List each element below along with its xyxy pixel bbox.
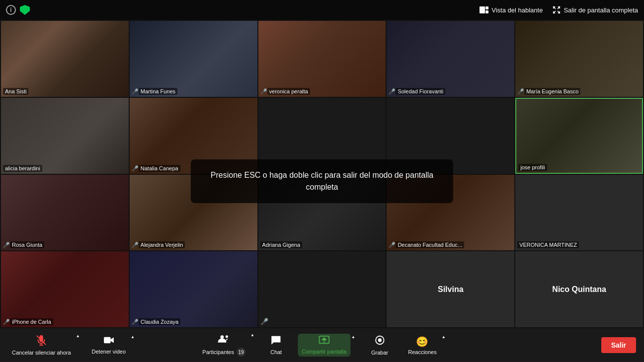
participant-name-13: Adriana Gigena (260, 241, 302, 248)
mute-indicator-12: 🎤 (132, 242, 139, 248)
speaker-view-label: Vista del hablante (491, 6, 543, 14)
share-screen-caret[interactable]: ▲ (351, 335, 355, 339)
exit-button[interactable]: Salir (601, 337, 636, 353)
chat-label: Chat (270, 349, 282, 355)
participants-label: Participantes (202, 349, 234, 355)
speaker-view-button[interactable]: Vista del hablante (480, 6, 543, 14)
video-button-group: Detener video ▲ (88, 334, 135, 357)
info-icon[interactable]: i (6, 5, 16, 15)
participants-icon (218, 334, 230, 346)
participant-cell-9[interactable] (387, 98, 514, 174)
participant-name-3: veronica peralta (267, 88, 310, 95)
record-icon (374, 335, 385, 348)
share-screen-label: Compartir pantalla (302, 349, 346, 355)
participant-name-19: Silvina (438, 285, 464, 294)
participant-cell-14[interactable]: 🎤 Decanato Facultad Educ... (387, 175, 514, 251)
video-button[interactable]: Detener video (88, 334, 130, 357)
svg-point-6 (226, 335, 228, 338)
share-screen-button-group: Compartir pantalla ▲ (298, 334, 355, 357)
participant-name-2: Martina Funes (139, 88, 177, 95)
toolbar-right: Salir (601, 337, 636, 353)
reactions-button-group: 😊 Reacciones ▲ (404, 334, 445, 357)
svg-rect-0 (480, 6, 485, 13)
participant-name-7: Natalia Canepa (139, 165, 180, 172)
participant-name-1: Ana Sisti (3, 88, 28, 95)
top-bar-left: i (6, 5, 30, 15)
participants-count-label: Participantes 19 (202, 348, 245, 357)
participant-cell-16[interactable]: 🎤 iPhone de Carla (1, 251, 129, 327)
mute-label: Cancelar silenciar ahora (12, 350, 71, 356)
participant-cell-6[interactable]: alicia berardini (1, 98, 129, 174)
video-icon (103, 336, 114, 347)
video-label: Detener video (92, 349, 126, 355)
shield-icon (20, 5, 30, 15)
bottom-toolbar: Cancelar silenciar ahora ▲ Detener video… (0, 328, 644, 362)
video-grid: Ana Sisti 🎤 Martina Funes 🎤 veronica per… (0, 20, 644, 328)
mute-caret[interactable]: ▲ (76, 334, 80, 338)
participant-name-4: Soledad Fioravanti (396, 88, 445, 95)
reactions-caret[interactable]: ▲ (442, 335, 446, 339)
reactions-button[interactable]: 😊 Reacciones (404, 334, 440, 357)
participant-cell-15[interactable]: VERONICA MARTINEZ (515, 175, 643, 251)
participant-name-17: Claudia Zozaya (139, 318, 180, 325)
participant-cell-7[interactable]: 🎤 Natalia Canepa (130, 98, 257, 174)
svg-rect-2 (485, 10, 488, 13)
svg-point-9 (378, 338, 381, 342)
chat-button[interactable]: Chat (266, 333, 286, 357)
participant-cell-4[interactable]: 🎤 Soledad Fioravanti (387, 21, 514, 97)
exit-fullscreen-label: Salir de pantalla completa (564, 6, 638, 14)
participant-cell-10[interactable]: jose profili (515, 98, 643, 174)
mute-indicator-5: 🎤 (517, 88, 524, 95)
participant-cell-18[interactable]: 🎤 (258, 251, 386, 327)
participant-name-20: Nico Quintana (552, 285, 606, 294)
chat-icon (271, 335, 282, 348)
participant-cell-13[interactable]: Adriana Gigena (258, 175, 386, 251)
participant-name-15: VERONICA MARTINEZ (517, 241, 579, 248)
reactions-label: Reacciones (408, 349, 436, 355)
participant-cell-19[interactable]: Silvina (387, 251, 514, 327)
mute-indicator-17: 🎤 (132, 319, 139, 325)
participant-cell-2[interactable]: 🎤 Martina Funes (130, 21, 257, 97)
svg-rect-1 (485, 6, 488, 9)
mute-icon (36, 335, 47, 348)
participant-name-6: alicia berardini (3, 165, 42, 172)
participant-name-16: iPhone de Carla (10, 318, 53, 325)
video-caret[interactable]: ▲ (131, 335, 135, 339)
participant-cell-5[interactable]: 🎤 María Eugenia Basco (515, 21, 643, 97)
mute-indicator-18: 🎤 (260, 318, 268, 325)
toolbar-left: Cancelar silenciar ahora ▲ Detener video… (8, 333, 135, 358)
participant-cell-8[interactable] (258, 98, 386, 174)
participant-cell-20[interactable]: Nico Quintana (515, 251, 643, 327)
mute-indicator-14: 🎤 (389, 242, 396, 248)
participants-button[interactable]: Participantes 19 (198, 332, 249, 359)
mute-indicator-11: 🎤 (3, 242, 10, 248)
mute-indicator-2: 🎤 (132, 88, 139, 95)
participant-cell-3[interactable]: 🎤 veronica peralta (258, 21, 386, 97)
toolbar-center: Participantes 19 ▲ Chat (198, 332, 445, 359)
participant-cell-1[interactable]: Ana Sisti (1, 21, 129, 97)
share-screen-button[interactable]: Compartir pantalla (298, 334, 350, 357)
participants-count: 19 (237, 348, 245, 357)
top-bar-right: Vista del hablante Salir de pantalla com… (480, 6, 638, 14)
svg-point-5 (221, 335, 224, 339)
participants-button-group: Participantes 19 ▲ (198, 332, 254, 359)
svg-rect-4 (104, 337, 111, 344)
participant-name-5: María Eugenia Basco (524, 88, 580, 95)
mute-button-group: Cancelar silenciar ahora ▲ (8, 333, 80, 358)
record-label: Grabar (371, 350, 388, 356)
participant-name-14: Decanato Facultad Educ... (396, 241, 464, 248)
mute-button[interactable]: Cancelar silenciar ahora (8, 333, 75, 358)
mute-indicator-3: 🎤 (260, 88, 267, 95)
participant-cell-12[interactable]: 🎤 Alejandra Verjelin (130, 175, 257, 251)
participant-name-11: Rosa Giunta (10, 241, 44, 248)
exit-fullscreen-button[interactable]: Salir de pantalla completa (553, 6, 638, 14)
participants-caret[interactable]: ▲ (250, 333, 254, 337)
mute-indicator-16: 🎤 (3, 319, 10, 325)
participant-cell-17[interactable]: 🎤 Claudia Zozaya (130, 251, 257, 327)
record-button[interactable]: Grabar (367, 333, 392, 358)
participant-name-12: Alejandra Verjelin (139, 241, 185, 248)
participant-cell-11[interactable]: 🎤 Rosa Giunta (1, 175, 129, 251)
participant-name-10: jose profili (518, 164, 547, 171)
reactions-icon: 😊 (416, 336, 428, 348)
mute-indicator-4: 🎤 (389, 88, 396, 95)
